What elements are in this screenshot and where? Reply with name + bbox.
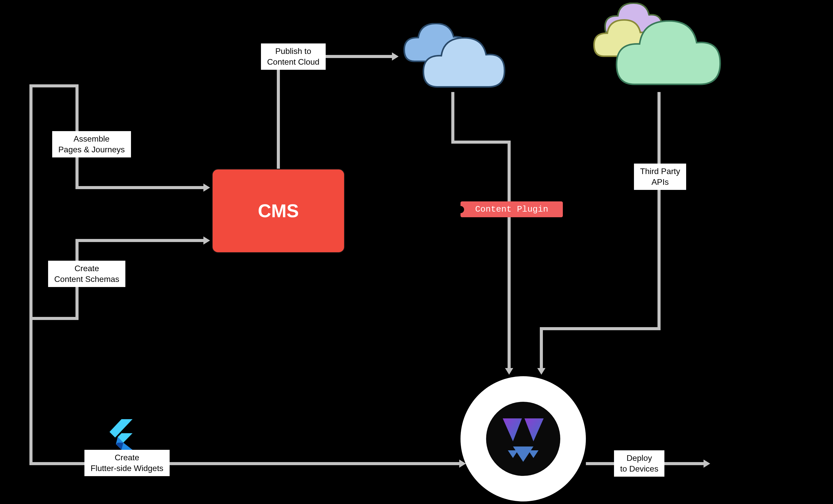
connector-assemble-h1 <box>29 84 78 87</box>
arrow-schema-to-cms <box>204 236 210 245</box>
connector-assemble-h2 <box>75 186 204 189</box>
connector-3p-h <box>540 327 661 330</box>
vyuh-logo-node <box>460 376 586 501</box>
connector-cloud-v2 <box>507 141 510 368</box>
svg-marker-6 <box>513 447 533 462</box>
content-cloud-icon <box>399 23 506 95</box>
cms-node: CMS <box>212 169 345 253</box>
label-publish: Publish to Content Cloud <box>261 44 326 70</box>
connector-publish-v <box>277 55 280 169</box>
svg-marker-5 <box>524 419 544 442</box>
content-plugin-label: Content Plugin <box>475 204 548 214</box>
connector-schema-h2 <box>75 239 204 242</box>
svg-marker-7 <box>508 450 518 458</box>
cms-label: CMS <box>258 200 299 221</box>
arrow-plugin-to-vyuh <box>505 368 513 375</box>
connector-3p-v <box>658 92 661 327</box>
svg-marker-4 <box>503 419 522 442</box>
connector-schema-h1 <box>29 317 78 320</box>
label-flutter-widgets: Create Flutter-side Widgets <box>85 450 170 476</box>
connector-cloud-h <box>451 141 510 144</box>
content-plugin-node: Content Plugin <box>460 201 563 217</box>
arrow-assemble-to-cms <box>204 183 210 192</box>
arrow-3p-to-vyuh <box>537 368 545 375</box>
arrow-publish-to-cloud <box>392 52 399 60</box>
label-assemble: Assemble Pages & Journeys <box>52 131 131 157</box>
arrow-deploy <box>704 459 710 468</box>
connector-cloud-v1 <box>451 92 454 141</box>
third-party-cloud-icon <box>589 3 732 95</box>
label-third-party-apis: Third Party APIs <box>634 163 686 190</box>
vyuh-logo-icon <box>495 411 551 467</box>
label-deploy: Deploy to Devices <box>614 450 664 477</box>
connector-left-spine <box>29 84 32 465</box>
svg-marker-8 <box>528 450 539 458</box>
label-create-schemas: Create Content Schemas <box>48 261 125 287</box>
flutter-icon <box>108 419 133 450</box>
connector-3p-v2 <box>540 327 543 368</box>
